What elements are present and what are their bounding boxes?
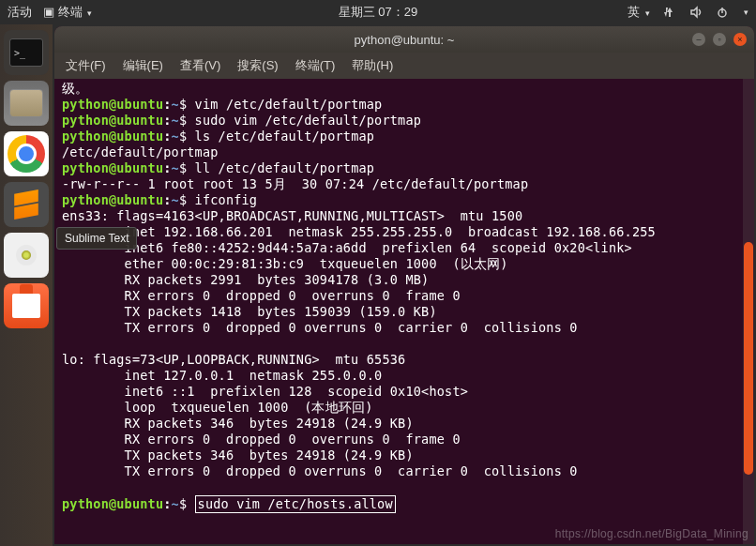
terminal-window: python@ubuntu: ~ – ▫ × 文件(F) 编辑(E) 查看(V)…	[54, 26, 754, 544]
prompt-user: python@ubuntu	[62, 97, 163, 112]
menu-edit[interactable]: 编辑(E)	[123, 57, 163, 74]
dock-tooltip: Sublime Text	[56, 227, 137, 250]
chevron-down-icon: ▾	[645, 8, 650, 18]
menu-file[interactable]: 文件(F)	[66, 57, 106, 74]
window-minimize-button[interactable]: –	[692, 33, 705, 46]
output-line: lo: flags=73<UP,LOOPBACK,RUNNING> mtu 65…	[62, 352, 405, 367]
terminal-indicator-icon: ▣	[43, 5, 54, 19]
watermark: https://blog.csdn.net/BigData_Mining	[555, 526, 748, 542]
window-close-button[interactable]: ×	[733, 33, 747, 46]
command: sudo vim /etc/default/portmap	[187, 113, 421, 128]
dock-app-sublime[interactable]	[4, 182, 49, 227]
output-line: RX errors 0 dropped 0 overruns 0 frame 0	[62, 432, 461, 447]
dock-app-chrome[interactable]	[4, 131, 49, 176]
output-line: inet6 fe80::4252:9d44:5a7a:a6dd prefixle…	[62, 240, 632, 255]
menu-view[interactable]: 查看(V)	[180, 57, 220, 74]
output-line: TX packets 1418 bytes 159039 (159.0 KB)	[62, 304, 437, 319]
activities-button[interactable]: 活动	[8, 4, 32, 21]
output-line: -rw-r--r-- 1 root root 13 5月 30 07:24 /e…	[62, 176, 528, 191]
command: vim /etc/default/portmap	[187, 97, 382, 112]
terminal-output[interactable]: 级。 python@ubuntu:~$ vim /etc/default/por…	[54, 79, 754, 544]
output-line: RX packets 346 bytes 24918 (24.9 KB)	[62, 416, 414, 431]
output-line: TX packets 346 bytes 24918 (24.9 KB)	[62, 447, 414, 463]
power-icon[interactable]	[716, 6, 729, 19]
command: ls /etc/default/portmap	[187, 129, 374, 144]
output-line: RX errors 0 dropped 0 overruns 0 frame 0	[62, 288, 461, 303]
dock-app-files[interactable]	[4, 81, 49, 126]
output-line: inet6 ::1 prefixlen 128 scopeid 0x10<hos…	[62, 384, 468, 399]
output-line: inet 127.0.0.1 netmask 255.0.0.0	[62, 368, 382, 383]
chevron-down-icon: ▾	[87, 8, 92, 18]
output-line: 级。	[62, 81, 88, 96]
output-line: ether 00:0c:29:81:3b:c9 txqueuelen 1000 …	[62, 256, 508, 271]
output-line: TX errors 0 dropped 0 overruns 0 carrier…	[62, 320, 578, 335]
chevron-down-icon: ▾	[744, 8, 748, 17]
clock[interactable]: 星期三 07：29	[339, 4, 418, 21]
window-titlebar[interactable]: python@ubuntu: ~ – ▫ ×	[54, 26, 754, 53]
terminal-menubar: 文件(F) 编辑(E) 查看(V) 搜索(S) 终端(T) 帮助(H)	[54, 53, 754, 79]
menu-help[interactable]: 帮助(H)	[352, 57, 393, 74]
menu-terminal[interactable]: 终端(T)	[295, 57, 336, 74]
ime-indicator[interactable]: 英 ▾	[627, 4, 650, 21]
scrollbar-thumb[interactable]	[744, 242, 753, 475]
terminal-scrollbar[interactable]	[743, 79, 754, 544]
output-line: loop txqueuelen 1000 (本地环回)	[62, 400, 373, 415]
command: ll /etc/default/portmap	[187, 160, 374, 175]
output-line: TX errors 0 dropped 0 overruns 0 carrier…	[62, 463, 578, 478]
window-maximize-button[interactable]: ▫	[713, 33, 726, 46]
dock-app-software[interactable]	[4, 283, 49, 328]
app-menu[interactable]: ▣ 终端 ▾	[43, 4, 92, 21]
command: ifconfig	[187, 192, 257, 207]
output-line: RX packets 2991 bytes 3094178 (3.0 MB)	[62, 272, 429, 287]
dock-app-rhythmbox[interactable]	[4, 233, 49, 278]
window-title: python@ubuntu: ~	[355, 33, 455, 47]
gnome-top-panel: 活动 ▣ 终端 ▾ 星期三 07：29 英 ▾ ▾	[0, 0, 756, 24]
volume-icon[interactable]	[689, 6, 703, 19]
dock-app-terminal[interactable]: >_	[4, 30, 49, 75]
menu-search[interactable]: 搜索(S)	[237, 57, 278, 74]
current-command-highlight: sudo vim /etc/hosts.allow	[195, 495, 396, 513]
output-line: inet 192.168.66.201 netmask 255.255.255.…	[62, 224, 656, 239]
network-icon[interactable]	[663, 6, 676, 19]
output-line: /etc/default/portmap	[62, 144, 219, 159]
output-line: ens33: flags=4163<UP,BROADCAST,RUNNING,M…	[62, 208, 522, 223]
ubuntu-dock: >_	[0, 24, 53, 546]
